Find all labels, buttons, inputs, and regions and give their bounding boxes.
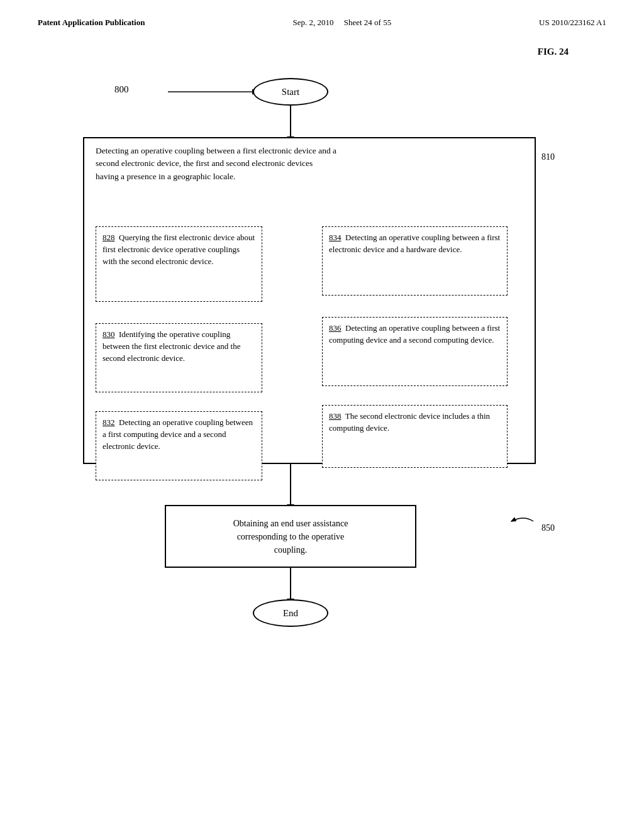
box-850: Obtaining an end user assistance corresp… (165, 505, 416, 568)
diagram-area: FIG. 24 800 Start (0, 34, 644, 40)
box-838: 838 The second electronic device include… (322, 405, 508, 468)
box-834: 834 Detecting an operative coupling betw… (322, 226, 508, 296)
arrow-850-to-end-icon (290, 568, 291, 599)
end-oval: End (253, 599, 328, 627)
header-date-sheet: Sep. 2, 2010 Sheet 24 of 55 (292, 18, 391, 28)
box-830-text: Identifying the operative coupling betwe… (103, 329, 240, 363)
box-836-number: 836 (329, 323, 341, 333)
box-836-text: Detecting an operative coupling between … (329, 323, 500, 345)
label-850-text: 850 (541, 523, 555, 533)
box-834-text: Detecting an operative coupling between … (329, 233, 500, 254)
box-832: 832 Detecting an operative coupling betw… (96, 411, 262, 480)
end-label: End (283, 608, 298, 619)
box-810-text: Detecting an operative coupling between … (96, 145, 536, 183)
start-label: Start (282, 87, 299, 97)
label-810-text: 810 (541, 152, 555, 162)
box-850-text: Obtaining an end user assistance corresp… (233, 517, 348, 556)
page: Patent Application Publication Sep. 2, 2… (0, 0, 644, 830)
box-832-number: 832 (103, 418, 115, 427)
box-828: 828 Querying the first electronic device… (96, 226, 262, 302)
arrow-810-to-850-icon (290, 464, 291, 505)
fig-label: FIG. 24 (538, 47, 569, 57)
box-838-number: 838 (329, 411, 341, 421)
arrow-start-to-810-icon (290, 106, 291, 137)
label-850: 850 (502, 512, 555, 533)
box-828-text: Querying the first electronic device abo… (103, 233, 255, 266)
box-838-text: The second electronic device includes a … (329, 411, 490, 433)
header-patent-number: US 2010/223162 A1 (539, 18, 606, 28)
box-836: 836 Detecting an operative coupling betw… (322, 317, 508, 386)
bracket-850-icon (502, 512, 540, 531)
box-832-text: Detecting an operative coupling between … (103, 418, 253, 451)
header: Patent Application Publication Sep. 2, 2… (0, 0, 644, 34)
header-sheet: Sheet 24 of 55 (344, 18, 391, 27)
box-830-number: 830 (103, 329, 115, 339)
header-publication: Patent Application Publication (38, 18, 145, 28)
header-date: Sep. 2, 2010 (292, 18, 333, 27)
box-830: 830 Identifying the operative coupling b… (96, 323, 262, 392)
start-oval: Start (253, 78, 328, 106)
box-834-number: 834 (329, 233, 341, 242)
box-828-number: 828 (103, 233, 115, 242)
